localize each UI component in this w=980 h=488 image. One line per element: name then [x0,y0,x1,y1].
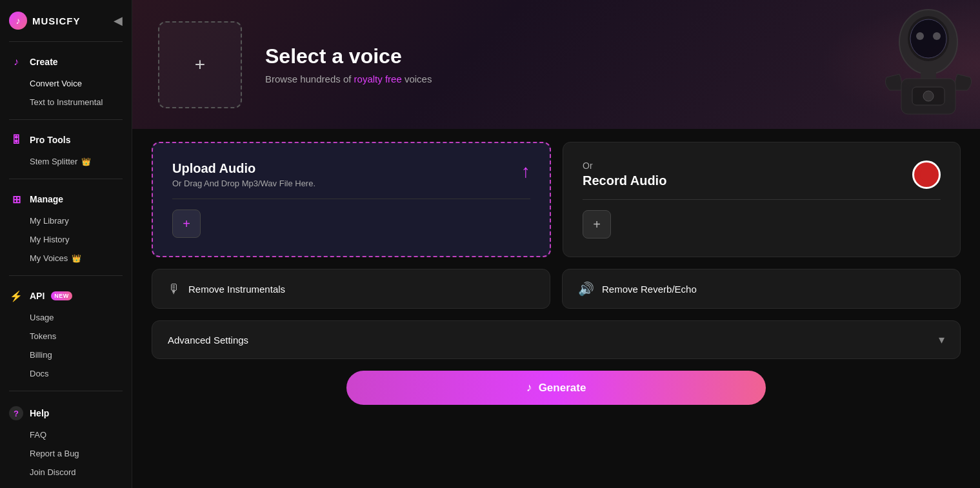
sidebar-header: ♪ MUSICFY ◀ [0,0,132,39]
upload-add-button[interactable]: + [172,210,201,238]
advanced-settings-label: Advanced Settings [168,335,248,346]
app-name: MUSICFY [32,15,81,26]
sidebar-item-join-discord[interactable]: Join Discord [0,463,132,482]
sidebar-item-label: FAQ [30,430,46,440]
upload-text: Upload Audio Or Drag And Drop Mp3/Wav Fi… [172,161,315,188]
generate-label: Generate [539,382,586,395]
sidebar-section-help: ? Help FAQ Report a Bug Join Discord [0,395,132,488]
sidebar-section-header-pro-tools[interactable]: 🎛 Pro Tools [0,128,132,152]
remove-instrumentals-label: Remove Instrumentals [188,284,285,295]
record-inner-circle [920,168,933,181]
sidebar-item-my-history[interactable]: My History [0,230,132,249]
sidebar-item-label: Text to Instrumental [30,97,103,107]
generate-button[interactable]: ♪ Generate [346,371,766,405]
main-content: + Select a voice Browse hundreds of roya… [132,0,980,488]
hero-subtitle-highlight: royalty free [354,73,402,84]
sidebar-item-label: Tokens [30,331,56,341]
record-plus-icon: + [593,217,601,232]
upload-title: Upload Audio [172,161,315,176]
sidebar-item-label: My History [30,235,69,244]
hero-title: Select a voice [265,44,432,68]
upload-arrow-icon: ↑ [521,161,530,182]
sidebar-item-report-bug[interactable]: Report a Bug [0,444,132,463]
music-note-icon: ♪ [526,381,532,395]
sidebar-section-header-create[interactable]: ♪ Create [0,50,132,74]
sidebar: ♪ MUSICFY ◀ ♪ Create Convert Voice Text … [0,0,132,488]
logo-icon: ♪ [9,12,27,30]
voice-selector-button[interactable]: + [158,21,242,108]
sidebar-item-label: Billing [30,350,52,360]
record-button-circle[interactable] [912,161,941,189]
sidebar-item-label: Usage [30,313,54,322]
collapse-sidebar-button[interactable]: ◀ [114,14,123,28]
microphone-icon: 🎙 [168,282,181,297]
sidebar-divider-5 [9,391,123,391]
sidebar-item-label: Stem Splitter [30,157,77,166]
sidebar-create-label: Create [30,57,58,67]
tool-buttons-row: 🎙 Remove Instrumentals 🔊 Remove Reverb/E… [152,269,961,309]
remove-reverb-button[interactable]: 🔊 Remove Reverb/Echo [562,269,961,309]
sidebar-section-pro-tools: 🎛 Pro Tools Stem Splitter 👑 [0,122,132,176]
hero-banner: + Select a voice Browse hundreds of roya… [132,0,980,129]
sidebar-divider-3 [9,179,123,179]
speaker-icon: 🔊 [578,281,594,297]
remove-instrumentals-button[interactable]: 🎙 Remove Instrumentals [152,269,550,309]
generate-row: ♪ Generate [152,371,961,405]
create-icon: ♪ [9,55,23,69]
sidebar-section-header-help[interactable]: ? Help [0,401,132,425]
sidebar-item-text-to-instrumental[interactable]: Text to Instrumental [0,93,132,112]
hero-robot-image [851,0,980,129]
crown-icon-voices: 👑 [72,254,81,263]
record-title: Record Audio [583,173,666,188]
sidebar-item-stem-splitter[interactable]: Stem Splitter 👑 [0,152,132,171]
advanced-settings-panel[interactable]: Advanced Settings ▾ [152,320,961,359]
record-add-button[interactable]: + [583,210,611,239]
sidebar-section-header-api[interactable]: ⚡ API NEW [0,284,132,308]
upload-divider [172,199,530,199]
sidebar-section-create: ♪ Create Convert Voice Text to Instrumen… [0,44,132,117]
record-audio-box[interactable]: Or Record Audio + [563,142,961,257]
sidebar-item-label: My Library [30,216,69,226]
logo-area: ♪ MUSICFY [9,12,81,30]
upload-plus-icon: + [183,217,190,231]
chevron-down-icon: ▾ [939,333,945,347]
sidebar-section-header-manage[interactable]: ⊞ Manage [0,187,132,211]
record-box-header: Or Record Audio [583,161,941,189]
hero-subtitle-before: Browse hundreds of [265,73,354,84]
sidebar-api-label: API [30,291,45,301]
sidebar-item-faq[interactable]: FAQ [0,425,132,444]
upload-box-header: Upload Audio Or Drag And Drop Mp3/Wav Fi… [172,161,530,188]
voice-selector-plus: + [195,54,205,75]
crown-icon: 👑 [81,157,91,166]
svg-point-3 [916,32,924,40]
svg-point-2 [910,19,946,58]
sidebar-item-label: Docs [30,369,49,378]
upload-subtitle: Or Drag And Drop Mp3/Wav File Here. [172,179,315,188]
sidebar-help-label: Help [30,408,49,418]
sidebar-divider-1 [9,41,123,42]
upload-record-row: Upload Audio Or Drag And Drop Mp3/Wav Fi… [152,142,961,257]
sidebar-item-usage[interactable]: Usage [0,308,132,327]
sidebar-item-my-library[interactable]: My Library [0,211,132,230]
sidebar-section-manage: ⊞ Manage My Library My History My Voices… [0,182,132,273]
api-new-badge: NEW [51,291,72,300]
sidebar-item-tokens[interactable]: Tokens [0,327,132,346]
remove-reverb-label: Remove Reverb/Echo [602,284,697,295]
api-icon: ⚡ [9,289,23,303]
upload-audio-box[interactable]: Upload Audio Or Drag And Drop Mp3/Wav Fi… [152,142,551,257]
sidebar-item-my-voices[interactable]: My Voices 👑 [0,249,132,268]
sidebar-item-label: Join Discord [30,467,76,477]
hero-subtitle-after: voices [402,73,432,84]
sidebar-item-convert-voice[interactable]: Convert Voice [0,74,132,93]
pro-tools-icon: 🎛 [9,133,23,147]
content-area: Upload Audio Or Drag And Drop Mp3/Wav Fi… [132,129,980,418]
sidebar-divider-4 [9,275,123,276]
sidebar-manage-label: Manage [30,194,63,204]
sidebar-item-billing[interactable]: Billing [0,346,132,364]
help-icon: ? [9,406,23,420]
sidebar-item-label: Convert Voice [30,79,82,88]
record-divider [583,199,941,200]
record-text: Or Record Audio [583,161,666,188]
record-or-label: Or [583,161,666,171]
sidebar-item-docs[interactable]: Docs [0,364,132,383]
